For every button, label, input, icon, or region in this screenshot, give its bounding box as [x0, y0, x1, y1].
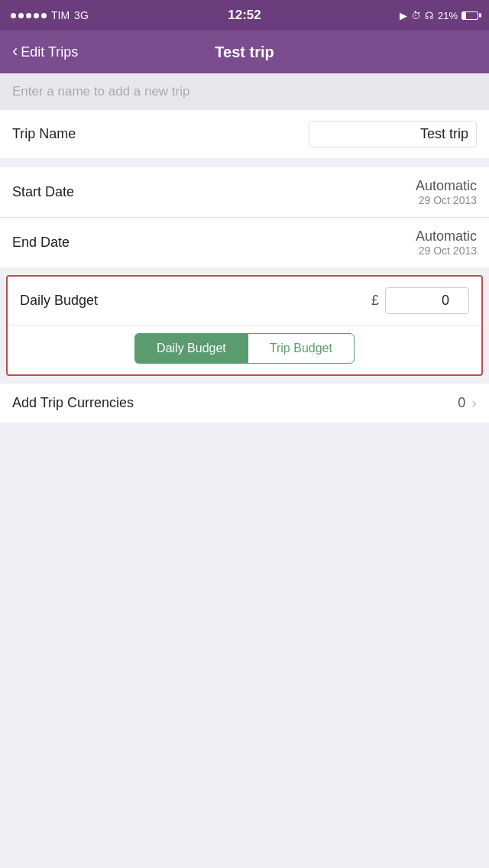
end-date-main: Automatic	[416, 228, 477, 245]
status-bar: TIM 3G 12:52 ▶ ⏱ ☊ 21%	[0, 0, 489, 31]
budget-amount-input[interactable]	[385, 287, 469, 314]
budget-section: Daily Budget £ Daily Budget Trip Budget	[6, 275, 483, 376]
currencies-section: Add Trip Currencies 0 ›	[0, 384, 489, 423]
dates-section: Start Date Automatic 29 Oct 2013 End Dat…	[0, 167, 489, 267]
start-date-value: Automatic 29 Oct 2013	[416, 178, 477, 206]
end-date-sub: 29 Oct 2013	[416, 245, 477, 257]
trip-name-label: Trip Name	[12, 126, 76, 142]
section-header: Enter a name to add a new trip	[0, 73, 489, 110]
status-time: 12:52	[228, 8, 261, 23]
section-header-text: Enter a name to add a new trip	[12, 84, 189, 99]
currencies-right: 0 ›	[458, 394, 477, 412]
network-label: 3G	[74, 9, 89, 21]
status-right: ▶ ⏱ ☊ 21%	[400, 10, 478, 21]
start-date-sub: 29 Oct 2013	[416, 194, 477, 206]
trip-budget-toggle[interactable]: Trip Budget	[248, 333, 355, 364]
back-button[interactable]: ‹ Edit Trips	[12, 43, 78, 61]
location-icon: ▶	[400, 10, 407, 21]
signal-dots	[11, 13, 47, 18]
nav-title: Test trip	[215, 44, 274, 61]
trip-name-row: Trip Name	[0, 110, 489, 158]
start-date-main: Automatic	[416, 178, 477, 194]
budget-toggle-group: Daily Budget Trip Budget	[8, 326, 481, 374]
start-date-row[interactable]: Start Date Automatic 29 Oct 2013	[0, 167, 489, 218]
currencies-row[interactable]: Add Trip Currencies 0 ›	[0, 384, 489, 423]
battery-icon	[461, 11, 478, 20]
budget-currency-symbol: £	[371, 293, 379, 309]
back-chevron-icon: ‹	[12, 41, 18, 61]
end-date-row[interactable]: End Date Automatic 29 Oct 2013	[0, 218, 489, 267]
bluetooth-icon: ☊	[425, 10, 434, 21]
alarm-icon: ⏱	[411, 10, 421, 21]
trip-name-input[interactable]	[309, 121, 477, 147]
budget-row: Daily Budget £	[8, 277, 481, 326]
daily-budget-toggle[interactable]: Daily Budget	[134, 333, 248, 364]
nav-bar: ‹ Edit Trips Test trip	[0, 31, 489, 73]
currencies-label: Add Trip Currencies	[12, 395, 134, 411]
trip-name-section: Trip Name	[0, 110, 489, 158]
currencies-count: 0	[458, 395, 465, 411]
start-date-label: Start Date	[12, 184, 74, 200]
end-date-label: End Date	[12, 235, 70, 251]
back-label: Edit Trips	[21, 44, 78, 60]
status-left: TIM 3G	[11, 9, 89, 21]
carrier-label: TIM	[51, 9, 70, 21]
budget-label: Daily Budget	[20, 293, 371, 309]
battery-percent: 21%	[438, 10, 458, 21]
end-date-value: Automatic 29 Oct 2013	[416, 228, 477, 257]
currencies-chevron-icon: ›	[471, 394, 477, 412]
